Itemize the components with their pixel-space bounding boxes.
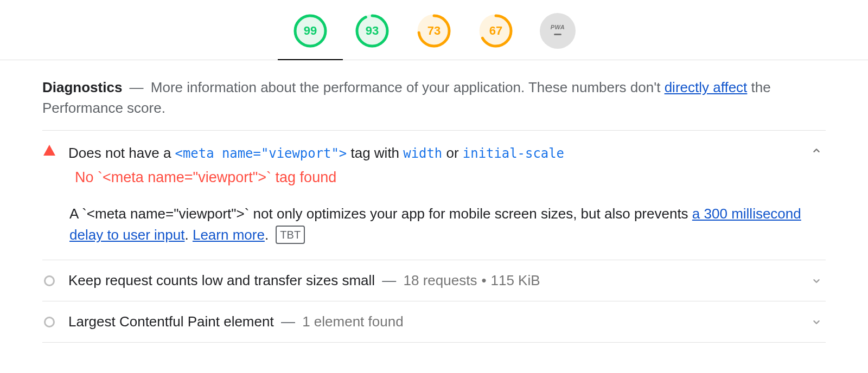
audit-title-code: width [403,146,442,161]
score-value: 99 [304,24,317,38]
score-gauge-1[interactable]: 93 [354,13,390,49]
score-strip: 99937367PWA [0,0,868,60]
audit-desc-link-learnmore[interactable]: Learn more [193,227,265,243]
neutral-circle-icon [42,317,56,327]
diagnostics-desc-before: More information about the performance o… [151,79,665,95]
score-gauge-pwa[interactable]: PWA [540,13,576,49]
audit-title-code: <meta name="viewport"> [175,146,347,161]
svg-marker-12 [43,145,55,156]
score-value: 73 [427,24,441,38]
score-value: 93 [366,24,379,38]
chevron-down-icon[interactable] [810,275,826,287]
neutral-circle-icon [42,275,56,286]
score-gauge-0[interactable]: 99 [292,13,328,49]
audit-title: Largest Contentful Paint element [68,313,274,330]
audit-title: Keep request counts low and transfer siz… [68,272,375,288]
chevron-down-icon[interactable] [810,316,826,328]
audit-title-code: initial-scale [463,146,564,161]
dash-separator: — [378,272,400,288]
audit-meta: 18 requests [404,272,477,288]
diagnostics-title: Diagnostics [42,79,122,95]
audit-title-text: Does not have a [68,145,175,161]
audit-meta: 1 element found [302,313,403,330]
audit-title-text: tag with [347,145,403,161]
score-value: 67 [489,24,502,38]
chevron-down-icon[interactable] [810,145,826,157]
diagnostics-link[interactable]: directly affect [665,79,748,95]
audit-viewport-meta[interactable]: Does not have a <meta name="viewport"> t… [42,131,826,260]
audit-title: Does not have a <meta name="viewport"> t… [68,145,564,161]
tbt-badge: TBT [276,226,305,244]
audit-collapsed-0[interactable]: Keep request counts low and transfer siz… [42,260,826,301]
audit-desc-text: A `<meta name="viewport">` not only opti… [69,205,692,222]
audit-collapsed-1[interactable]: Largest Contentful Paint element — 1 ele… [42,301,826,343]
audit-desc-text: . [265,227,272,243]
audit-desc-text: . [184,227,192,243]
dot-separator: • [481,272,486,288]
dash-separator: — [130,79,144,95]
audit-meta: 115 KiB [491,272,540,288]
active-tab-underline [278,59,343,60]
score-gauge-3[interactable]: 67 [478,13,514,49]
dash-separator: — [277,313,299,330]
pwa-dash-icon [554,34,561,35]
fail-triangle-icon [42,145,56,156]
audit-description: A `<meta name="viewport">` not only opti… [42,189,826,260]
audit-error: No `<meta name="viewport">` tag found [75,169,799,186]
diagnostics-header: Diagnostics — More information about the… [42,78,826,131]
report-body: Diagnostics — More information about the… [0,60,868,364]
audit-title-text: or [442,145,463,161]
pwa-label: PWA [551,24,565,30]
score-gauge-2[interactable]: 73 [416,13,452,49]
